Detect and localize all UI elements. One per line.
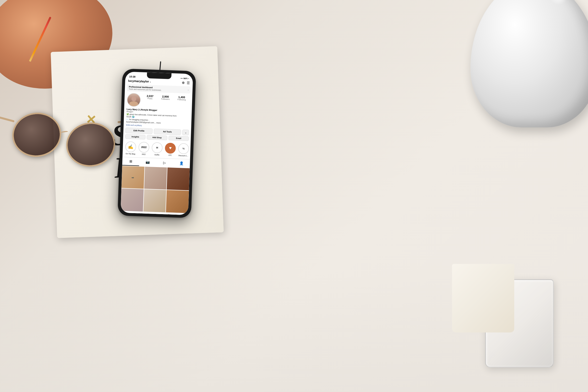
battery-icon: ▪ xyxy=(188,78,189,80)
header-icons: ⊕ ☰ xyxy=(182,80,190,85)
grid-item-5[interactable] xyxy=(143,190,166,212)
highlight-label-2022: 2022 xyxy=(142,153,146,155)
highlight-circle-outfits: H xyxy=(152,142,163,153)
username-chevron-icon: ⌄ xyxy=(150,80,151,82)
highlight-circle-discount: % xyxy=(178,143,190,154)
add-post-icon[interactable]: ⊕ xyxy=(182,80,185,84)
signal-icon: ▪▪▪ xyxy=(180,77,183,80)
posts-label: Posts xyxy=(146,97,153,100)
phone-notch xyxy=(147,72,172,79)
wifi-icon: WiFi xyxy=(183,78,188,80)
bottom-nav-search[interactable]: 🔍 xyxy=(138,213,142,215)
highlight-label-discount: Discount C... xyxy=(178,154,188,156)
highlight-circle-lfc: ♥ xyxy=(165,142,176,154)
bio-line2: South 🌍 xyxy=(126,116,134,118)
tab-grid[interactable]: ⊞ xyxy=(122,157,140,166)
vase-highlight xyxy=(549,0,568,5)
followers-stat[interactable]: 2,900 Followers xyxy=(161,95,170,100)
highlight-icon-outfits: H xyxy=(156,146,158,149)
grid-item-3[interactable] xyxy=(167,167,190,190)
bottom-nav-profile[interactable]: 👤 xyxy=(179,214,183,215)
prof-dashboard-arrow-icon: › xyxy=(188,88,189,91)
highlight-lfc[interactable]: ♥ LFC xyxy=(165,142,176,156)
highlight-label-outfits: Outfits xyxy=(154,154,159,156)
candle-glass xyxy=(485,279,554,368)
highlight-icon-discount: % xyxy=(182,147,185,150)
bio-section: Lucy Mary | Lifestyle Blogger Blogger 🌿 … xyxy=(124,108,192,130)
tab-video[interactable]: ▷ xyxy=(156,158,173,167)
highlight-outfits[interactable]: H Outfits xyxy=(152,142,163,156)
bottom-nav-home[interactable]: ⌂ xyxy=(126,213,128,215)
profile-stats: 2,037 Posts 2,900 Followers 1,400 Follow… xyxy=(142,93,190,101)
highlight-circle-2022: 2022 xyxy=(138,142,150,153)
phone-screen: 10:38 ▪▪▪ WiFi ▪ lucymarytaylor ⌄ ⊕ ☰ xyxy=(120,72,193,215)
avatar-figure xyxy=(127,93,140,106)
white-vase xyxy=(470,0,588,128)
sunglass-lens-left xyxy=(9,110,64,160)
posts-count: 2,037 xyxy=(147,94,154,98)
phone-body: 10:38 ▪▪▪ WiFi ▪ lucymarytaylor ⌄ ⊕ ☰ xyxy=(118,68,196,218)
edit-profile-button[interactable]: Edit Profile xyxy=(125,128,153,134)
highlight-icon-blog: ✍ xyxy=(128,144,134,150)
grid-item-1[interactable]: 📸 xyxy=(122,166,144,189)
email-button[interactable]: Email xyxy=(168,136,189,141)
story-highlights: ✍ On The Blog 2022 2022 H Outfits xyxy=(122,140,190,159)
chevron-down-button[interactable]: ⌄ xyxy=(182,129,189,135)
highlight-2022[interactable]: 2022 2022 xyxy=(138,142,150,155)
username-text: lucymarytaylor xyxy=(128,79,149,83)
posts-stat[interactable]: 2,037 Posts xyxy=(146,94,153,100)
following-label: Following xyxy=(178,98,186,101)
sunglass-bridge xyxy=(60,130,68,134)
highlight-discount[interactable]: % Discount C... xyxy=(178,143,189,157)
prof-dashboard-text: Professional dashboard Tools and resourc… xyxy=(129,86,162,92)
bio-text: 🌿 green tea advocate, Creon taker and ca… xyxy=(126,113,189,126)
phone: 10:38 ▪▪▪ WiFi ▪ lucymarytaylor ⌄ ⊕ ☰ xyxy=(118,68,196,218)
following-stat[interactable]: 1,400 Following xyxy=(178,96,186,101)
grid-item-2[interactable] xyxy=(144,166,167,190)
username-area[interactable]: lucymarytaylor ⌄ xyxy=(128,79,152,83)
status-time: 10:38 xyxy=(129,75,136,78)
highlight-circle-blog: ✍ xyxy=(125,141,136,152)
highlight-icon-2022: 2022 xyxy=(141,146,147,149)
avatar[interactable] xyxy=(127,93,141,107)
highlight-icon-lfc: ♥ xyxy=(169,146,172,151)
tab-reels[interactable]: 📷 xyxy=(139,158,156,166)
sunglasses xyxy=(7,93,125,216)
tab-tagged[interactable]: 👤 xyxy=(173,159,190,168)
followers-label: Followers xyxy=(161,98,170,100)
bottom-nav-cart[interactable]: 🛒 xyxy=(165,214,169,215)
menu-icon[interactable]: ☰ xyxy=(186,81,190,85)
sunglass-lens-right xyxy=(63,119,118,170)
grid-item-6[interactable] xyxy=(166,190,189,213)
highlight-label-lfc: LFC xyxy=(168,154,172,156)
highlight-label-blog: On The Blog xyxy=(126,153,135,154)
photo-grid: 📸 xyxy=(120,166,190,213)
grid-item-4[interactable] xyxy=(120,188,144,212)
add-shop-button[interactable]: Add Shop xyxy=(147,135,167,140)
status-icons: ▪▪▪ WiFi ▪ xyxy=(180,77,189,80)
highlight-on-the-blog[interactable]: ✍ On The Blog xyxy=(125,141,136,155)
insights-button[interactable]: Insights xyxy=(125,134,146,140)
bottom-nav-shop[interactable]: 🛍 xyxy=(152,214,155,215)
ad-tools-button[interactable]: Ad Tools xyxy=(154,128,181,135)
bio-line4: lucymarytaylor1993@gmail.com... more xyxy=(126,121,161,124)
chevron-down-icon: ⌄ xyxy=(184,131,186,134)
profile-section: 2,037 Posts 2,900 Followers 1,400 Follow… xyxy=(124,92,192,110)
candle-wax xyxy=(452,264,514,332)
sunglass-frame xyxy=(7,93,125,216)
